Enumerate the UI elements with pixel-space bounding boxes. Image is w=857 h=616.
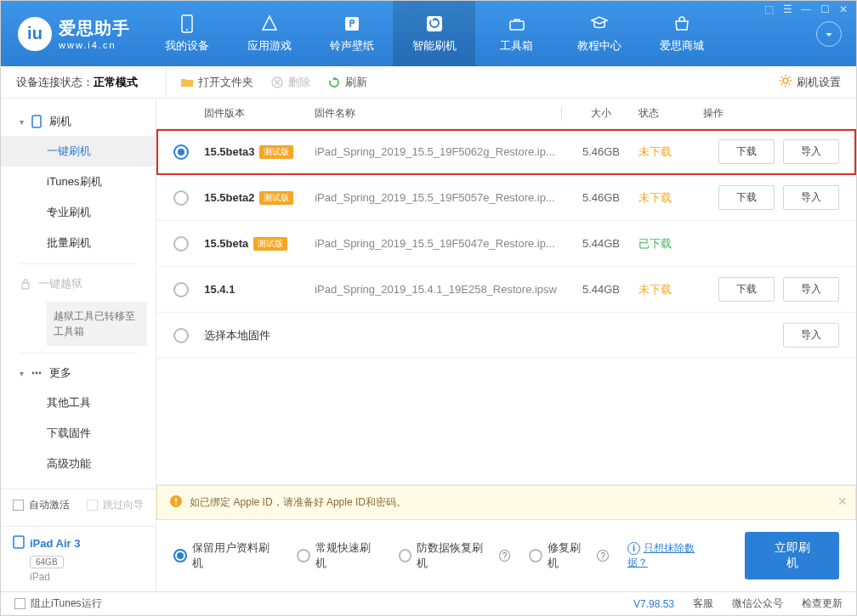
select-radio[interactable] bbox=[173, 282, 189, 297]
connection-status: 设备连接状态：正常模式 bbox=[1, 75, 166, 90]
bottom-panel: 如已绑定 Apple ID，请准备好 Apple ID和密码。 × 保留用户资料… bbox=[156, 484, 856, 591]
status-bar: 阻止iTunes运行 V7.98.53 客服 微信公众号 检查更新 bbox=[1, 591, 856, 615]
firmware-status: 未下载 bbox=[635, 144, 703, 160]
nav-label: 智能刷机 bbox=[412, 38, 457, 54]
sidebar-item-itunes[interactable]: iTunes刷机 bbox=[1, 167, 156, 197]
opt-normal[interactable]: 常规快速刷机 bbox=[297, 540, 380, 571]
erase-only-link[interactable]: i只想抹除数据？ bbox=[627, 541, 712, 570]
sidebar-item-pro[interactable]: 专业刷机 bbox=[1, 197, 156, 228]
opt-repair[interactable]: 修复刷机? bbox=[529, 540, 609, 571]
window-controls: ⬚ ☰ — ☐ ✕ bbox=[760, 3, 852, 16]
version-label[interactable]: V7.98.53 bbox=[633, 598, 674, 610]
help-icon[interactable]: ? bbox=[499, 550, 511, 562]
minimize-icon[interactable]: — bbox=[797, 3, 814, 16]
local-firmware-row[interactable]: 选择本地固件导入 bbox=[156, 313, 856, 359]
phone-icon bbox=[31, 116, 43, 127]
maximize-icon[interactable]: ☐ bbox=[816, 3, 833, 16]
select-radio[interactable] bbox=[173, 236, 189, 251]
close-notice-icon[interactable]: × bbox=[837, 493, 847, 511]
block-itunes-checkbox[interactable] bbox=[14, 598, 26, 609]
firmware-name: iPad_Spring_2019_15.5_19F5057e_Restore.i… bbox=[315, 191, 567, 204]
close-icon[interactable]: ✕ bbox=[835, 3, 852, 16]
import-button[interactable]: 导入 bbox=[783, 185, 839, 210]
firmware-row[interactable]: 15.5beta2测试版iPad_Spring_2019_15.5_19F505… bbox=[156, 175, 856, 221]
ringtone-icon bbox=[343, 14, 361, 33]
sidebar-item-oneclick[interactable]: 一键刷机 bbox=[1, 136, 156, 167]
nav-apps[interactable]: 应用游戏 bbox=[228, 1, 310, 66]
flash-now-button[interactable]: 立即刷机 bbox=[745, 532, 839, 579]
sidebar-group-more[interactable]: ▾ 更多 bbox=[1, 359, 156, 387]
store-icon bbox=[673, 14, 691, 33]
flash-settings-button[interactable]: 刷机设置 bbox=[779, 74, 841, 90]
device-icon bbox=[178, 14, 196, 33]
wechat-link[interactable]: 微信公众号 bbox=[732, 596, 783, 611]
nav-flash[interactable]: 智能刷机 bbox=[393, 1, 475, 66]
open-folder-button[interactable]: 打开文件夹 bbox=[180, 75, 253, 90]
firmware-size: 5.46GB bbox=[567, 145, 635, 158]
help-icon[interactable]: ? bbox=[597, 550, 609, 562]
list-icon[interactable]: ☰ bbox=[779, 3, 796, 16]
firmware-status: 已下载 bbox=[635, 236, 703, 251]
apple-id-notice: 如已绑定 Apple ID，请准备好 Apple ID和密码。 × bbox=[156, 485, 856, 520]
customer-service-link[interactable]: 客服 bbox=[693, 596, 713, 611]
sidebar-item-batch[interactable]: 批量刷机 bbox=[1, 228, 156, 258]
flash-icon bbox=[425, 14, 444, 33]
skip-guide-checkbox[interactable] bbox=[87, 500, 98, 511]
select-radio[interactable] bbox=[173, 144, 189, 160]
top-nav: 我的设备 应用游戏 铃声壁纸 智能刷机 工具箱 教程中心 爱思商城 bbox=[145, 1, 802, 66]
main-panel: 固件版本 固件名称 大小 状态 操作 15.5beta3测试版iPad_Spri… bbox=[156, 99, 856, 591]
download-button[interactable]: 下载 bbox=[718, 185, 775, 210]
menu-icon[interactable]: ⬚ bbox=[760, 3, 777, 16]
toolbox-icon bbox=[508, 14, 526, 33]
firmware-row[interactable]: 15.5beta3测试版iPad_Spring_2019_15.5_19F506… bbox=[156, 129, 856, 175]
logo-icon: iu bbox=[18, 17, 52, 51]
gear-icon bbox=[779, 74, 792, 90]
firmware-list: 15.5beta3测试版iPad_Spring_2019_15.5_19F506… bbox=[156, 129, 856, 359]
firmware-size: 5.44GB bbox=[567, 283, 635, 296]
folder-icon bbox=[180, 76, 194, 89]
header: iu 爱思助手 www.i4.cn 我的设备 应用游戏 铃声壁纸 智能刷机 工具… bbox=[1, 1, 856, 66]
import-button[interactable]: 导入 bbox=[783, 323, 839, 348]
delete-button[interactable]: 删除 bbox=[270, 75, 310, 90]
import-button[interactable]: 导入 bbox=[783, 277, 839, 302]
download-button[interactable]: 下载 bbox=[718, 277, 775, 302]
flash-options: 保留用户资料刷机 常规快速刷机 防数据恢复刷机? 修复刷机? i只想抹除数据？ … bbox=[156, 520, 856, 591]
firmware-row[interactable]: 15.5beta测试版iPad_Spring_2019_15.5_19F5047… bbox=[156, 221, 856, 267]
nav-ringtone[interactable]: 铃声壁纸 bbox=[310, 1, 393, 66]
info-icon: i bbox=[627, 542, 640, 555]
opt-keep-data[interactable]: 保留用户资料刷机 bbox=[173, 540, 278, 571]
check-update-link[interactable]: 检查更新 bbox=[802, 596, 843, 611]
firmware-version: 15.5beta3测试版 bbox=[204, 145, 315, 159]
select-radio[interactable] bbox=[173, 190, 189, 206]
refresh-icon bbox=[327, 76, 341, 89]
nav-tutorials[interactable]: 教程中心 bbox=[558, 1, 640, 66]
sidebar-item-download-fw[interactable]: 下载固件 bbox=[1, 418, 156, 449]
nav-toolbox[interactable]: 工具箱 bbox=[475, 1, 558, 66]
nav-label: 教程中心 bbox=[577, 38, 621, 54]
device-info[interactable]: iPad Air 3 64GB iPad bbox=[1, 526, 156, 591]
svg-rect-12 bbox=[14, 536, 24, 548]
download-button[interactable]: 下载 bbox=[718, 139, 775, 164]
storage-badge: 64GB bbox=[30, 556, 64, 568]
sidebar-item-advanced[interactable]: 高级功能 bbox=[1, 449, 156, 479]
import-button[interactable]: 导入 bbox=[783, 139, 839, 164]
opt-anti-recovery[interactable]: 防数据恢复刷机? bbox=[399, 540, 511, 571]
auto-activate-checkbox[interactable] bbox=[13, 500, 24, 511]
firmware-name: iPad_Spring_2019_15.5_19F5062g_Restore.i… bbox=[315, 145, 567, 158]
nav-my-device[interactable]: 我的设备 bbox=[145, 1, 228, 66]
select-radio[interactable] bbox=[173, 328, 189, 343]
svg-point-11 bbox=[39, 372, 42, 375]
sidebar-group-flash[interactable]: ▾ 刷机 bbox=[1, 107, 156, 136]
logo[interactable]: iu 爱思助手 www.i4.cn bbox=[1, 1, 145, 66]
delete-icon bbox=[270, 76, 284, 89]
firmware-row[interactable]: 15.4.1iPad_Spring_2019_15.4.1_19E258_Res… bbox=[156, 267, 856, 313]
nav-store[interactable]: 爱思商城 bbox=[640, 1, 723, 66]
nav-label: 铃声壁纸 bbox=[330, 38, 374, 54]
firmware-size: 5.46GB bbox=[567, 191, 635, 204]
sidebar-item-other-tools[interactable]: 其他工具 bbox=[1, 387, 156, 418]
local-firmware-label: 选择本地固件 bbox=[204, 328, 567, 343]
firmware-name: iPad_Spring_2019_15.5_19F5047e_Restore.i… bbox=[315, 237, 567, 250]
firmware-status: 未下载 bbox=[635, 282, 703, 297]
svg-rect-15 bbox=[175, 504, 177, 506]
refresh-button[interactable]: 刷新 bbox=[327, 75, 367, 90]
